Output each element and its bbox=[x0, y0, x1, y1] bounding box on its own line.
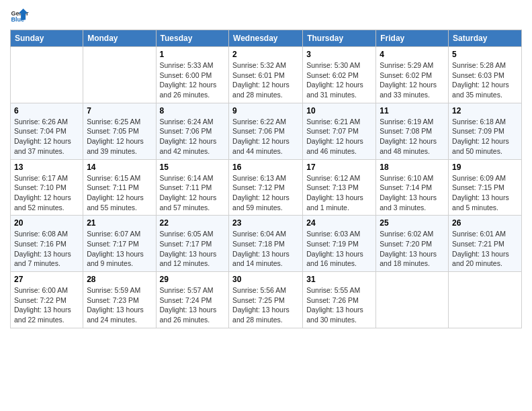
calendar-cell: 29Sunrise: 5:57 AM Sunset: 7:24 PM Dayli… bbox=[156, 272, 229, 328]
page-header: General Blue bbox=[10, 7, 522, 26]
day-info: Sunrise: 6:12 AM Sunset: 7:13 PM Dayligh… bbox=[306, 173, 372, 213]
logo: General Blue bbox=[10, 7, 29, 26]
calendar-cell: 1Sunrise: 5:33 AM Sunset: 6:00 PM Daylig… bbox=[156, 47, 229, 103]
day-info: Sunrise: 6:24 AM Sunset: 7:06 PM Dayligh… bbox=[160, 117, 226, 156]
day-info: Sunrise: 6:01 AM Sunset: 7:21 PM Dayligh… bbox=[452, 229, 518, 269]
calendar-week-4: 20Sunrise: 6:08 AM Sunset: 7:16 PM Dayli… bbox=[11, 216, 522, 272]
day-number: 8 bbox=[160, 106, 226, 116]
day-number: 20 bbox=[14, 218, 79, 228]
day-info: Sunrise: 5:30 AM Sunset: 6:02 PM Dayligh… bbox=[306, 60, 372, 100]
day-number: 30 bbox=[232, 275, 299, 284]
calendar-cell: 7Sunrise: 6:25 AM Sunset: 7:05 PM Daylig… bbox=[83, 103, 156, 159]
day-number: 1 bbox=[160, 50, 226, 59]
calendar-cell: 24Sunrise: 6:03 AM Sunset: 7:19 PM Dayli… bbox=[303, 216, 376, 272]
calendar-cell: 19Sunrise: 6:09 AM Sunset: 7:15 PM Dayli… bbox=[449, 159, 522, 216]
calendar-cell: 25Sunrise: 6:02 AM Sunset: 7:20 PM Dayli… bbox=[376, 216, 449, 272]
day-info: Sunrise: 6:13 AM Sunset: 7:12 PM Dayligh… bbox=[232, 173, 299, 213]
header-friday: Friday bbox=[376, 30, 449, 47]
day-number: 10 bbox=[306, 106, 372, 116]
day-number: 15 bbox=[160, 163, 226, 172]
day-info: Sunrise: 5:56 AM Sunset: 7:25 PM Dayligh… bbox=[232, 285, 299, 325]
day-info: Sunrise: 5:55 AM Sunset: 7:26 PM Dayligh… bbox=[306, 285, 372, 325]
calendar-cell: 31Sunrise: 5:55 AM Sunset: 7:26 PM Dayli… bbox=[303, 272, 376, 328]
day-number: 7 bbox=[87, 106, 152, 116]
calendar-week-2: 6Sunrise: 6:26 AM Sunset: 7:04 PM Daylig… bbox=[11, 103, 522, 159]
day-info: Sunrise: 6:07 AM Sunset: 7:17 PM Dayligh… bbox=[87, 229, 152, 269]
calendar-cell: 15Sunrise: 6:14 AM Sunset: 7:11 PM Dayli… bbox=[156, 159, 229, 216]
calendar-cell bbox=[11, 47, 83, 103]
calendar-cell: 8Sunrise: 6:24 AM Sunset: 7:06 PM Daylig… bbox=[156, 103, 229, 159]
day-info: Sunrise: 5:59 AM Sunset: 7:23 PM Dayligh… bbox=[87, 285, 152, 325]
calendar-table: SundayMondayTuesdayWednesdayThursdayFrid… bbox=[10, 30, 522, 328]
calendar-cell: 12Sunrise: 6:18 AM Sunset: 7:09 PM Dayli… bbox=[449, 103, 522, 159]
calendar-cell bbox=[83, 47, 156, 103]
day-number: 13 bbox=[14, 163, 79, 172]
calendar-cell: 20Sunrise: 6:08 AM Sunset: 7:16 PM Dayli… bbox=[11, 216, 83, 272]
calendar-cell: 11Sunrise: 6:19 AM Sunset: 7:08 PM Dayli… bbox=[376, 103, 449, 159]
day-info: Sunrise: 6:05 AM Sunset: 7:17 PM Dayligh… bbox=[160, 229, 226, 269]
day-info: Sunrise: 6:14 AM Sunset: 7:11 PM Dayligh… bbox=[160, 173, 226, 213]
day-number: 4 bbox=[380, 50, 445, 59]
day-number: 23 bbox=[232, 218, 299, 228]
day-info: Sunrise: 6:04 AM Sunset: 7:18 PM Dayligh… bbox=[232, 229, 299, 269]
day-number: 29 bbox=[160, 275, 226, 284]
day-info: Sunrise: 6:15 AM Sunset: 7:11 PM Dayligh… bbox=[87, 173, 152, 213]
day-info: Sunrise: 5:33 AM Sunset: 6:00 PM Dayligh… bbox=[160, 60, 226, 100]
day-number: 14 bbox=[87, 163, 152, 172]
day-number: 25 bbox=[380, 218, 445, 228]
day-info: Sunrise: 6:19 AM Sunset: 7:08 PM Dayligh… bbox=[380, 117, 445, 156]
day-number: 18 bbox=[380, 163, 445, 172]
calendar-cell: 27Sunrise: 6:00 AM Sunset: 7:22 PM Dayli… bbox=[11, 272, 83, 328]
day-info: Sunrise: 5:32 AM Sunset: 6:01 PM Dayligh… bbox=[232, 60, 299, 100]
calendar-cell: 16Sunrise: 6:13 AM Sunset: 7:12 PM Dayli… bbox=[229, 159, 303, 216]
day-info: Sunrise: 6:09 AM Sunset: 7:15 PM Dayligh… bbox=[452, 173, 518, 213]
day-info: Sunrise: 6:10 AM Sunset: 7:14 PM Dayligh… bbox=[380, 173, 445, 213]
day-info: Sunrise: 5:28 AM Sunset: 6:03 PM Dayligh… bbox=[452, 60, 518, 100]
calendar-cell: 5Sunrise: 5:28 AM Sunset: 6:03 PM Daylig… bbox=[449, 47, 522, 103]
day-info: Sunrise: 5:57 AM Sunset: 7:24 PM Dayligh… bbox=[160, 285, 226, 325]
day-number: 3 bbox=[306, 50, 372, 59]
day-number: 31 bbox=[306, 275, 372, 284]
logo-icon: General Blue bbox=[10, 7, 29, 26]
day-number: 5 bbox=[452, 50, 518, 59]
calendar-cell: 6Sunrise: 6:26 AM Sunset: 7:04 PM Daylig… bbox=[11, 103, 83, 159]
day-info: Sunrise: 6:02 AM Sunset: 7:20 PM Dayligh… bbox=[380, 229, 445, 269]
calendar-cell: 28Sunrise: 5:59 AM Sunset: 7:23 PM Dayli… bbox=[83, 272, 156, 328]
header-thursday: Thursday bbox=[303, 30, 376, 47]
calendar-cell: 13Sunrise: 6:17 AM Sunset: 7:10 PM Dayli… bbox=[11, 159, 83, 216]
day-number: 6 bbox=[14, 106, 79, 116]
day-number: 28 bbox=[87, 275, 152, 284]
day-number: 17 bbox=[306, 163, 372, 172]
calendar-week-1: 1Sunrise: 5:33 AM Sunset: 6:00 PM Daylig… bbox=[11, 47, 522, 103]
calendar-cell bbox=[376, 272, 449, 328]
day-number: 11 bbox=[380, 106, 445, 116]
day-info: Sunrise: 6:03 AM Sunset: 7:19 PM Dayligh… bbox=[306, 229, 372, 269]
day-number: 27 bbox=[14, 275, 79, 284]
day-info: Sunrise: 6:22 AM Sunset: 7:06 PM Dayligh… bbox=[232, 117, 299, 156]
calendar-cell: 9Sunrise: 6:22 AM Sunset: 7:06 PM Daylig… bbox=[229, 103, 303, 159]
calendar-cell: 17Sunrise: 6:12 AM Sunset: 7:13 PM Dayli… bbox=[303, 159, 376, 216]
calendar-cell: 10Sunrise: 6:21 AM Sunset: 7:07 PM Dayli… bbox=[303, 103, 376, 159]
header-tuesday: Tuesday bbox=[156, 30, 229, 47]
calendar-cell: 4Sunrise: 5:29 AM Sunset: 6:02 PM Daylig… bbox=[376, 47, 449, 103]
calendar-cell: 3Sunrise: 5:30 AM Sunset: 6:02 PM Daylig… bbox=[303, 47, 376, 103]
day-info: Sunrise: 6:21 AM Sunset: 7:07 PM Dayligh… bbox=[306, 117, 372, 156]
day-number: 24 bbox=[306, 218, 372, 228]
calendar-cell: 2Sunrise: 5:32 AM Sunset: 6:01 PM Daylig… bbox=[229, 47, 303, 103]
calendar-cell: 21Sunrise: 6:07 AM Sunset: 7:17 PM Dayli… bbox=[83, 216, 156, 272]
calendar-week-5: 27Sunrise: 6:00 AM Sunset: 7:22 PM Dayli… bbox=[11, 272, 522, 328]
day-info: Sunrise: 6:25 AM Sunset: 7:05 PM Dayligh… bbox=[87, 117, 152, 156]
day-number: 21 bbox=[87, 218, 152, 228]
day-number: 12 bbox=[452, 106, 518, 116]
day-number: 16 bbox=[232, 163, 299, 172]
day-info: Sunrise: 5:29 AM Sunset: 6:02 PM Dayligh… bbox=[380, 60, 445, 100]
days-header-row: SundayMondayTuesdayWednesdayThursdayFrid… bbox=[11, 30, 522, 47]
day-number: 22 bbox=[160, 218, 226, 228]
calendar-cell: 14Sunrise: 6:15 AM Sunset: 7:11 PM Dayli… bbox=[83, 159, 156, 216]
day-number: 26 bbox=[452, 218, 518, 228]
header-monday: Monday bbox=[83, 30, 156, 47]
day-number: 9 bbox=[232, 106, 299, 116]
calendar-cell: 22Sunrise: 6:05 AM Sunset: 7:17 PM Dayli… bbox=[156, 216, 229, 272]
calendar-cell: 26Sunrise: 6:01 AM Sunset: 7:21 PM Dayli… bbox=[449, 216, 522, 272]
calendar-cell: 18Sunrise: 6:10 AM Sunset: 7:14 PM Dayli… bbox=[376, 159, 449, 216]
